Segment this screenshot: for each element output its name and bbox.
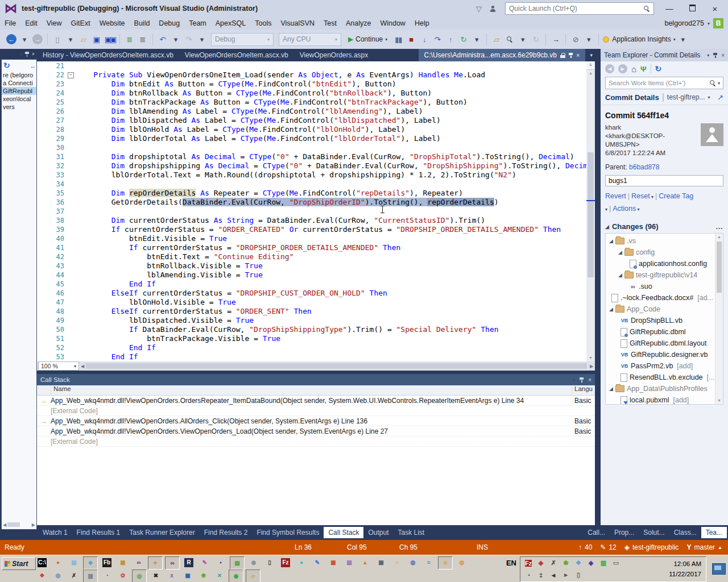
side-tab-tea-[interactable]: Tea... — [701, 527, 727, 538]
restart-dropdown-icon[interactable]: ▾ — [471, 33, 482, 45]
break-all-button[interactable]: ▮▮ — [392, 33, 404, 45]
tree-item[interactable]: ◢config — [607, 247, 723, 258]
film-tools-icon[interactable]: ▩ — [374, 556, 388, 568]
tree-item[interactable]: VBPassPrm2.vb[add] — [607, 360, 723, 372]
redo-dropdown-icon[interactable]: ▾ — [196, 33, 208, 45]
feedback-icon[interactable] — [490, 6, 497, 12]
r-tool-icon[interactable]: R — [182, 556, 196, 568]
call-stack-row[interactable]: →App_Web_wkq4nmdr.dll!ViewOpenOrders.Ord… — [37, 396, 595, 406]
open-file-button[interactable]: ▱ — [78, 33, 89, 45]
menu-item-file[interactable]: File — [0, 19, 20, 27]
navigate-forward-button[interactable]: → — [32, 33, 43, 45]
expander-icon[interactable]: ◢ — [618, 272, 622, 278]
side-tab-call-[interactable]: Call... — [583, 527, 610, 538]
filezilla-tray-icon[interactable]: Fz — [523, 558, 534, 568]
tree-item[interactable]: ∞.suo — [607, 281, 723, 292]
tree-item[interactable]: ◢test-giftrepublic\v14 — [607, 269, 723, 281]
notifications-icon[interactable]: ▽ — [476, 5, 482, 13]
headset-icon[interactable]: ∩ — [390, 556, 404, 568]
repository-button[interactable]: ◈ test-giftrepublic — [624, 543, 679, 551]
diagnostics-dropdown-icon[interactable]: ▾ — [517, 33, 528, 45]
folder-app-icon[interactable]: ▱ — [246, 569, 260, 582]
undo-dropdown-icon[interactable]: ▾ — [170, 33, 181, 45]
step-out-button[interactable]: ↑ — [445, 33, 456, 45]
lock-save-icon[interactable]: ▣ — [181, 569, 195, 581]
call-stack-pin-icon[interactable] — [580, 377, 584, 383]
expander-icon[interactable]: ◢ — [609, 306, 613, 312]
list-item[interactable]: a Connecti — [2, 79, 36, 87]
menu-item-test[interactable]: Test — [319, 19, 341, 27]
call-stack-name-column[interactable]: Name — [51, 385, 572, 395]
hex-dropdown-icon[interactable]: ▾ — [583, 33, 594, 45]
notepad-icon[interactable]: ▤ — [67, 556, 81, 568]
find-in-files-icon[interactable]: ▱ — [491, 33, 502, 45]
mouse-tray-icon[interactable]: ▭ — [610, 558, 622, 568]
menu-item-debug[interactable]: Debug — [154, 19, 184, 27]
keys-icon[interactable]: ✖ — [149, 569, 163, 581]
clock-tray-icon[interactable]: ◔ — [523, 569, 534, 580]
connect-plug-icon[interactable]: Ψ — [640, 65, 647, 73]
cmd-icon[interactable]: C:\ — [35, 556, 49, 568]
bottom-tab-call-stack[interactable]: Call Stack — [324, 527, 363, 538]
tree-item[interactable]: ◢App_Code — [607, 304, 723, 315]
menu-item-analyze[interactable]: Analyze — [341, 19, 375, 27]
menu-item-help[interactable]: Help — [410, 19, 434, 27]
photo-viewer-icon[interactable]: ❖ — [83, 556, 98, 569]
tree-item[interactable]: .~lock.Feedback.docx#[ad... — [607, 292, 723, 304]
te-back-button[interactable]: ◀ — [605, 64, 614, 73]
team-explorer-pin-icon[interactable] — [713, 53, 717, 58]
toolbar-overflow-icon[interactable]: ▾ — [677, 33, 689, 45]
continue-button[interactable]: ▶ Continue ▾ — [348, 35, 387, 43]
revert-link[interactable]: Revert — [605, 192, 626, 200]
tab-list-dropdown-icon[interactable]: ▾ — [588, 49, 595, 61]
colored-balls-icon[interactable]: ✿ — [116, 569, 130, 581]
overflow-icon[interactable]: ‥ — [31, 63, 35, 69]
reset-link[interactable]: Reset ▾ — [631, 192, 653, 200]
show-desktop-button[interactable] — [712, 563, 726, 575]
windows-colors-icon[interactable]: ❖ — [35, 569, 49, 581]
bottom-tab-output[interactable]: Output — [363, 527, 393, 538]
calendar-icon[interactable]: ▦ — [326, 556, 340, 568]
menu-item-tools[interactable]: Tools — [250, 19, 276, 27]
scroll-down-icon[interactable]: ▼ — [586, 355, 595, 361]
tree-item[interactable]: ◢App_Data\PublishProfiles — [607, 383, 723, 394]
team-explorer-close-icon[interactable]: × — [721, 52, 725, 59]
navigate-back-dropdown-icon[interactable]: ▾ — [19, 33, 30, 45]
new-file-button[interactable]: ▯ — [52, 33, 63, 45]
changes-expander-icon[interactable]: ◢ — [605, 224, 609, 230]
green-circle-icon[interactable]: ◉ — [229, 569, 243, 582]
document-tab[interactable]: ViewOpenOrders.aspx — [294, 49, 374, 61]
diagnostics-search-icon[interactable] — [504, 33, 515, 45]
solution-configuration-select[interactable]: Debug▾ — [211, 33, 274, 46]
tree-item[interactable]: ◢.vs — [607, 235, 723, 247]
restart-button[interactable]: ↻ — [458, 33, 469, 45]
tree-scroll-down-icon[interactable]: ▼ — [715, 397, 723, 404]
home-icon[interactable]: ⌂ — [631, 64, 636, 74]
speaker-tray-icon[interactable]: ◄ — [548, 569, 559, 580]
plug-tray-icon[interactable]: ▯ — [573, 569, 584, 580]
editor-app-icon[interactable]: ▤ — [230, 556, 245, 569]
user-name[interactable]: belgorod275 — [664, 19, 704, 27]
stop-debugging-button[interactable]: ■ — [406, 33, 417, 45]
open-in-new-window-icon[interactable]: ↗ — [717, 93, 723, 102]
menu-item-edit[interactable]: Edit — [20, 19, 42, 27]
uncommitted-changes-button[interactable]: ✎ 12 — [600, 543, 616, 551]
uncomment-lines-icon[interactable]: ≣ — [137, 33, 148, 45]
skype-icon[interactable]: ● — [295, 556, 308, 568]
list-item[interactable]: xeon\local — [2, 95, 36, 103]
comment-lines-icon[interactable]: ≣ — [124, 33, 135, 45]
save-button[interactable]: ▣ — [91, 33, 102, 45]
flag-tray-icon[interactable]: ▸ — [560, 569, 572, 580]
green-globe-icon[interactable]: ◎ — [132, 569, 147, 582]
team-explorer-menu-icon[interactable]: ▾ — [707, 53, 709, 58]
project-selector[interactable]: test-giftrep... — [667, 93, 705, 101]
navigate-back-button[interactable]: ← — [6, 33, 17, 45]
minimize-button[interactable]: — — [662, 5, 677, 13]
bottom-tab-find-results-1[interactable]: Find Results 1 — [72, 527, 125, 538]
list-item[interactable]: GiftRepubl — [2, 87, 36, 95]
start-button[interactable]: Start — [2, 557, 36, 570]
call-stack-language-column[interactable]: Langu — [572, 385, 595, 395]
bottom-tab-watch-1[interactable]: Watch 1 — [38, 527, 72, 538]
floppy-app-icon[interactable]: ▪ — [214, 556, 228, 568]
unpushed-commits-button[interactable]: ↑ 40 — [578, 543, 592, 551]
